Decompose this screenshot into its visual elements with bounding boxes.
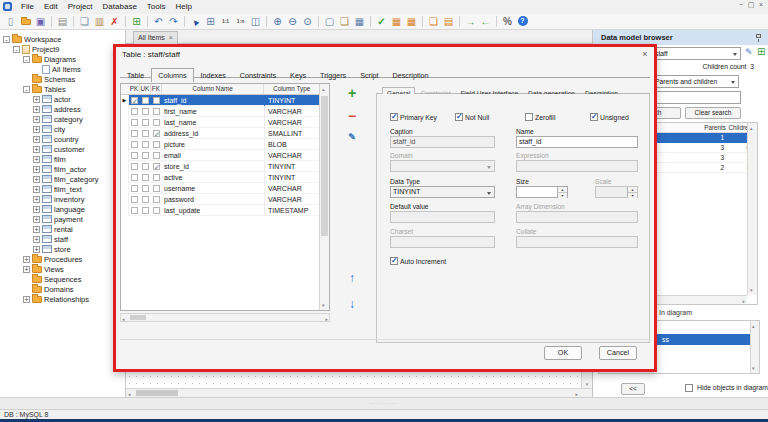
copy-icon[interactable]: ❏ <box>77 15 92 28</box>
uk-checkbox[interactable] <box>142 130 149 137</box>
dialog-tab-keys[interactable]: Keys <box>283 68 313 82</box>
menu-project[interactable]: Project <box>63 0 98 14</box>
clear-search-button[interactable]: Clear search <box>685 107 741 119</box>
scroll-down-icon[interactable]: ▾ <box>582 381 592 387</box>
validate-icon[interactable]: ✓ <box>374 15 389 28</box>
tree-item-procedures[interactable]: +Procedures <box>0 254 125 264</box>
expander-icon[interactable]: + <box>33 126 40 133</box>
scroll-up-icon[interactable]: ▴ <box>322 85 325 93</box>
caption-input[interactable]: staff_id <box>390 136 495 148</box>
grid-row-username[interactable]: usernameVARCHAR <box>121 183 319 194</box>
one-to-one-icon[interactable]: 1:1 <box>218 15 233 28</box>
tab-close-icon[interactable]: × <box>169 34 173 41</box>
tree-item-language[interactable]: +language <box>0 204 125 214</box>
save-icon[interactable]: ▣ <box>33 15 48 28</box>
charset-input[interactable] <box>390 236 495 248</box>
dialog-close-icon[interactable]: × <box>640 49 650 59</box>
export-icon[interactable]: ← <box>478 15 493 28</box>
grid-header-uk[interactable]: UK <box>140 84 151 94</box>
uk-checkbox[interactable] <box>142 152 149 159</box>
add-object-icon[interactable]: ⊞ <box>757 46 765 57</box>
primary-key-checkbox[interactable]: Primary Key <box>390 113 437 121</box>
grid-header-column-type[interactable]: Column Type <box>264 84 319 94</box>
ok-button[interactable]: OK <box>544 346 582 360</box>
fk-checkbox[interactable] <box>153 185 160 192</box>
pk-checkbox[interactable] <box>131 185 138 192</box>
add-column-button[interactable]: + <box>344 85 360 101</box>
menu-edit[interactable]: Edit <box>39 0 63 14</box>
canvas-horizontal-scrollbar[interactable]: ◂ ▸ <box>126 388 592 397</box>
tree-item-schemas[interactable]: Schemas <box>0 74 125 84</box>
uk-checkbox[interactable] <box>142 108 149 115</box>
table-vertical-scrollbar[interactable]: ▴ ▾ <box>747 123 757 295</box>
grid-row-last-update[interactable]: last_updateTIMESTAMP <box>121 205 319 216</box>
grid-row-email[interactable]: emailVARCHAR <box>121 150 319 161</box>
expander-icon[interactable]: + <box>33 166 40 173</box>
delete-icon[interactable]: ✗ <box>107 15 122 28</box>
expander-icon[interactable]: + <box>23 266 30 273</box>
uk-checkbox[interactable] <box>142 185 149 192</box>
grid-header-column-name[interactable]: Column Name <box>162 84 264 94</box>
grid-row-active[interactable]: activeTINYINT <box>121 172 319 183</box>
expander-icon[interactable]: + <box>33 106 40 113</box>
tree-item-payment[interactable]: +payment <box>0 214 125 224</box>
tree-item-relationships[interactable]: +Relationships <box>0 294 125 304</box>
uk-checkbox[interactable] <box>142 196 149 203</box>
grid-row-picture[interactable]: pictureBLOB <box>121 139 319 150</box>
fk-checkbox[interactable] <box>153 141 160 148</box>
grid-icon[interactable]: ▦ <box>352 15 367 28</box>
expander-icon[interactable]: + <box>23 296 30 303</box>
paste-icon[interactable]: ▥ <box>92 15 107 28</box>
pk-checkbox[interactable] <box>131 163 138 170</box>
tree-item-category[interactable]: +category <box>0 114 125 124</box>
expander-icon[interactable]: + <box>23 256 30 263</box>
spinner-buttons[interactable]: ▴▾ <box>627 187 637 197</box>
grid-vertical-scrollbar[interactable]: ▴ ▾ <box>319 84 329 310</box>
pk-checkbox[interactable] <box>131 152 138 159</box>
tree-item-customer[interactable]: +customer <box>0 144 125 154</box>
fk-checkbox[interactable] <box>153 119 160 126</box>
expander-icon[interactable]: + <box>33 96 40 103</box>
tree-item-address[interactable]: +address <box>0 104 125 114</box>
expander-icon[interactable]: + <box>33 236 40 243</box>
scrollbar-thumb[interactable] <box>136 390 178 396</box>
tree-item-film[interactable]: +film <box>0 154 125 164</box>
uk-checkbox[interactable] <box>142 174 149 181</box>
pointer-icon[interactable]: ▲ <box>188 15 203 28</box>
grid-horizontal-scrollbar[interactable]: ◂ ▸ <box>120 313 330 322</box>
tree-item-domains[interactable]: Domains <box>0 284 125 294</box>
collapse-button[interactable]: << <box>621 383 645 395</box>
new-file-icon[interactable]: ▯ <box>3 15 18 28</box>
domain-select[interactable] <box>390 160 495 172</box>
open-folder-icon[interactable] <box>18 15 33 28</box>
expander-icon[interactable]: + <box>33 146 40 153</box>
pk-checkbox[interactable] <box>131 174 138 181</box>
db-forward-icon[interactable]: ▦ <box>389 15 404 28</box>
scrollbar-thumb[interactable] <box>130 315 146 320</box>
name-input[interactable]: staff_id <box>516 136 638 148</box>
expander-icon[interactable]: + <box>33 136 40 143</box>
menu-tools[interactable]: Tools <box>142 0 171 14</box>
tree-item-film-text[interactable]: +film_text <box>0 184 125 194</box>
size-stepper[interactable]: ▴▾ <box>516 186 568 198</box>
tree-item-tables[interactable]: -Tables <box>0 84 125 94</box>
dialog-tab-columns[interactable]: Columns <box>151 68 193 82</box>
splitter-handle[interactable]: ········· <box>370 399 410 407</box>
dialog-tab-script[interactable]: Script <box>353 68 385 82</box>
expander-icon[interactable]: + <box>33 226 40 233</box>
panel-icon[interactable]: ▢ <box>322 15 337 28</box>
restore-button[interactable]: ▢ <box>746 1 756 9</box>
column-header-parents[interactable]: Parents <box>696 124 726 131</box>
unsigned-checkbox[interactable]: Unsigned <box>590 113 629 121</box>
remove-column-button[interactable]: − <box>344 108 360 124</box>
tree-item-diagrams[interactable]: -Diagrams <box>0 54 125 64</box>
grid-header-fk[interactable]: FK <box>151 84 162 94</box>
print-icon[interactable]: ▤ <box>55 15 70 28</box>
scroll-right-icon[interactable]: ▸ <box>742 297 745 305</box>
tree-item-film-actor[interactable]: +film_actor <box>0 164 125 174</box>
pin-icon[interactable] <box>756 34 761 38</box>
expander-icon[interactable]: + <box>33 246 40 253</box>
tree-item-sequences[interactable]: Sequences <box>0 274 125 284</box>
pk-checkbox[interactable] <box>131 207 138 214</box>
uk-checkbox[interactable] <box>142 163 149 170</box>
